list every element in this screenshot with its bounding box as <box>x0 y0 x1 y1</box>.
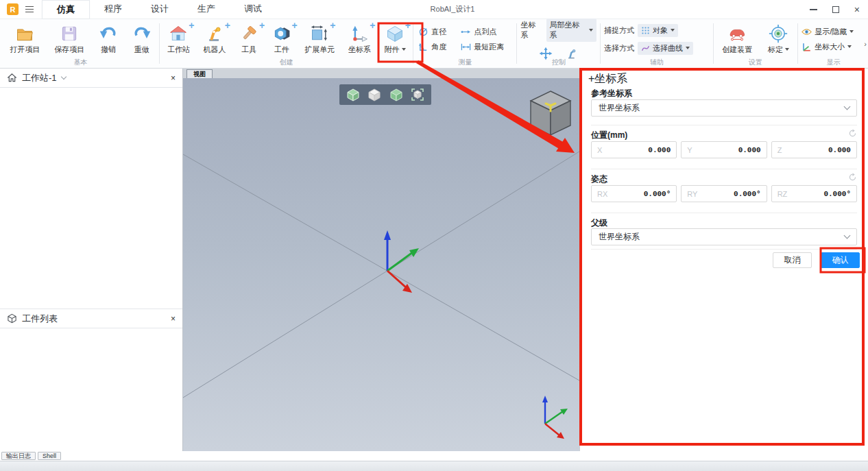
workstation-house-icon: + <box>169 24 188 43</box>
show-hide-button[interactable]: 显示/隐藏 <box>801 27 865 37</box>
ribbon-group-basic: 打开项目 保存项目 撤销 重做 基本 <box>3 19 158 68</box>
ribbon-group-settings: 创建装置 标定 设置 <box>714 19 797 68</box>
robot-arm-icon: + <box>205 24 224 43</box>
save-project-button[interactable]: 保存项目 <box>53 23 85 56</box>
attachment-label: 附件 <box>385 45 400 55</box>
create-workstation-button[interactable]: + 工作站 <box>167 23 191 56</box>
measure-diameter-button[interactable]: 直径 <box>418 27 458 37</box>
hammer-icon: + <box>239 24 258 43</box>
coord-system-label: 坐标系 <box>520 20 542 40</box>
snap-mode-dropdown[interactable]: 对象 <box>638 24 678 37</box>
create-coordinate-frame-button[interactable]: + 坐标系 <box>348 23 372 56</box>
viewport-canvas[interactable] <box>183 78 579 451</box>
cancel-button[interactable]: 取消 <box>773 252 812 268</box>
axis-size-button[interactable]: 坐标大小 <box>801 42 865 52</box>
confirm-button[interactable]: 确认 <box>821 252 860 268</box>
panel-collapse-chevron[interactable]: › <box>862 75 865 83</box>
group-label-control: 控制 <box>518 58 599 67</box>
group-label-assist: 辅助 <box>601 58 712 67</box>
extension-unit-label: 扩展单元 <box>304 45 335 55</box>
measure-point-to-point-button[interactable]: 点到点 <box>461 27 516 37</box>
workstation-expand-chevron-icon[interactable] <box>60 74 66 80</box>
reference-frame-select[interactable]: 世界坐标系 <box>591 99 857 117</box>
status-bar <box>0 461 868 471</box>
group-label-settings: 设置 <box>714 58 797 67</box>
car-icon <box>727 24 747 43</box>
position-x-input[interactable]: X 0.000 <box>591 141 677 158</box>
position-y-input[interactable]: Y 0.000 <box>681 141 767 158</box>
position-label: 位置(mm) <box>591 130 627 141</box>
pose-rz-input[interactable]: RZ 0.000° <box>771 185 857 202</box>
view-fit-button[interactable] <box>410 86 425 103</box>
undo-button[interactable]: 撤销 <box>98 23 119 56</box>
create-device-button[interactable]: 创建装置 <box>721 23 753 56</box>
select-mode-dropdown[interactable]: 选择曲线 <box>638 42 693 55</box>
tab-design[interactable]: 设计 <box>136 0 183 19</box>
grid-dots-icon <box>641 26 650 35</box>
group-label-display: 显示 <box>799 58 868 67</box>
workpiece-panel-close-icon[interactable]: × <box>171 314 176 324</box>
workpiece-panel-title: 工件列表 <box>22 313 58 325</box>
position-reset-icon[interactable] <box>848 129 857 140</box>
calibration-button[interactable]: 标定 <box>767 23 790 56</box>
group-label-create: 创建 <box>160 58 412 67</box>
calibration-label: 标定 <box>768 45 783 55</box>
measure-shortest-distance-button[interactable]: 最短距离 <box>461 42 516 52</box>
pose-ry-input[interactable]: RY 0.000° <box>681 185 767 202</box>
curve-icon <box>641 44 650 53</box>
workpiece-panel-header: 工件列表 × <box>0 309 182 328</box>
tool-label: 工具 <box>241 45 256 55</box>
angle-icon <box>418 42 429 52</box>
left-sidebar: 工作站-1 × 工件列表 × <box>0 69 183 451</box>
workpiece-cube-icon <box>7 313 17 324</box>
viewport-scene <box>183 78 579 451</box>
ribbon-expand-chevron[interactable]: › <box>864 40 867 48</box>
coordinate-frame-panel: +坐标系 › 参考坐标系 世界坐标系 位置(mm) X 0.000 Y 0.00… <box>579 69 868 451</box>
create-workpiece-button[interactable]: + 工件 <box>272 23 292 56</box>
snap-mode-label: 捕捉方式 <box>604 25 634 36</box>
robot-label: 机器人 <box>203 45 226 55</box>
tab-program[interactable]: 程序 <box>90 0 136 19</box>
y-label: Y <box>687 146 692 154</box>
view-isometric-button[interactable] <box>346 86 361 103</box>
shell-tab[interactable]: Shell <box>38 452 61 460</box>
close-icon[interactable]: × <box>854 5 860 14</box>
create-robot-button[interactable]: + 机器人 <box>202 23 226 56</box>
view-solid-shading-button[interactable] <box>367 86 382 103</box>
output-log-tab[interactable]: 输出日志 <box>1 452 36 460</box>
create-attachment-button[interactable]: + 附件 <box>384 23 407 56</box>
x-label: X <box>597 146 602 154</box>
show-hide-caret-icon <box>849 30 854 33</box>
hamburger-menu-icon[interactable] <box>25 6 34 13</box>
parent-value: 世界坐标系 <box>599 231 640 243</box>
reference-frame-label: 参考坐标系 <box>591 88 632 99</box>
undo-label: 撤销 <box>101 45 116 55</box>
minimize-icon[interactable] <box>810 9 817 10</box>
attachment-dropdown-caret-icon[interactable] <box>402 48 406 51</box>
diameter-label: 直径 <box>431 27 446 37</box>
z-value: 0.000 <box>828 146 851 154</box>
create-extension-unit-button[interactable]: + 扩展单元 <box>304 23 335 56</box>
position-z-input[interactable]: Z 0.000 <box>771 141 857 158</box>
workstation-label: 工作站 <box>167 45 190 55</box>
tab-debug[interactable]: 调试 <box>230 0 276 19</box>
coord-system-dropdown[interactable]: 局部坐标系 <box>546 19 596 42</box>
parent-select[interactable]: 世界坐标系 <box>591 228 857 245</box>
calibration-dropdown-caret-icon[interactable] <box>785 48 789 51</box>
pose-label: 姿态 <box>591 173 607 185</box>
pose-rx-input[interactable]: RX 0.000° <box>591 185 677 202</box>
create-tool-button[interactable]: + 工具 <box>239 23 259 56</box>
redo-button[interactable]: 重做 <box>132 23 152 56</box>
view-shaded-cube-button[interactable] <box>389 86 404 103</box>
tab-simulation[interactable]: 仿真 <box>42 0 90 19</box>
maximize-icon[interactable] <box>832 6 839 13</box>
viewport-3d: 视图 <box>183 69 579 451</box>
workstation-panel-close-icon[interactable]: × <box>171 73 176 83</box>
pose-reset-icon[interactable] <box>848 173 857 184</box>
view-tab[interactable]: 视图 <box>186 69 213 78</box>
tab-production[interactable]: 生产 <box>183 0 230 19</box>
workstation-panel-header: 工作站-1 × <box>0 69 182 88</box>
open-project-button[interactable]: 打开项目 <box>9 23 40 56</box>
select-mode-label: 选择方式 <box>604 43 634 53</box>
measure-angle-button[interactable]: 角度 <box>418 42 458 52</box>
